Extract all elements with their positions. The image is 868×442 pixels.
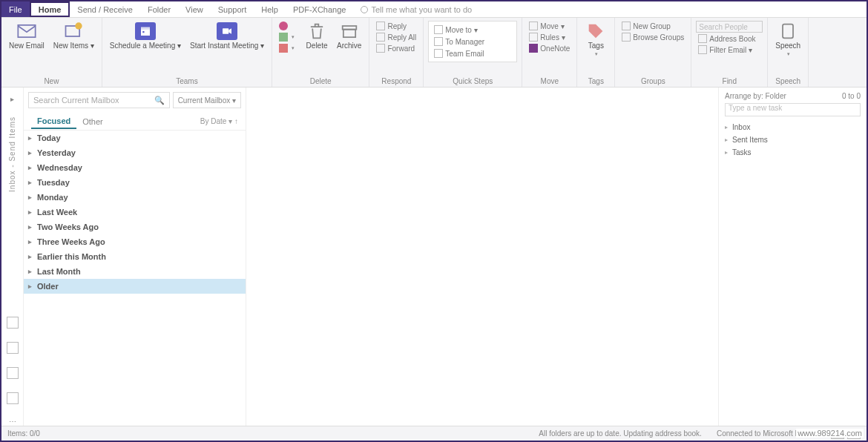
message-group-list: Today Yesterday Wednesday Tuesday Monday…: [24, 131, 246, 426]
tab-support[interactable]: Support: [211, 1, 254, 17]
group-last-week[interactable]: Last Week: [24, 205, 246, 220]
group-move-label: Move: [527, 77, 572, 87]
tab-file[interactable]: File: [1, 1, 30, 17]
filter-email-button[interactable]: Filter Email ▾: [696, 44, 763, 55]
rules-label: Rules ▾: [540, 33, 565, 42]
rules-icon: [529, 33, 538, 42]
browse-groups-button[interactable]: Browse Groups: [619, 32, 686, 42]
qs-to-manager[interactable]: To Manager: [432, 36, 513, 47]
speech-button[interactable]: Speech▾: [772, 21, 803, 59]
new-email-label: New Email: [9, 42, 45, 50]
tab-help[interactable]: Help: [254, 1, 286, 17]
address-book-button[interactable]: Address Book: [696, 33, 763, 44]
todo-folder-tasks[interactable]: Tasks: [725, 146, 861, 159]
instant-meeting-button[interactable]: Start Instant Meeting ▾: [187, 21, 267, 51]
tab-pdf-xchange[interactable]: PDF-XChange: [286, 1, 354, 17]
svg-rect-0: [18, 25, 35, 37]
quick-steps-gallery[interactable]: Move to ▾ To Manager Team Email: [428, 21, 517, 62]
qs-manager-label: To Manager: [445, 38, 484, 46]
forward-button[interactable]: Forward: [374, 43, 418, 53]
group-two-weeks-ago[interactable]: Two Weeks Ago: [24, 220, 246, 234]
ignore-button[interactable]: [277, 21, 297, 31]
qs-move-to[interactable]: Move to ▾: [432, 24, 513, 35]
instant-meeting-label: Start Instant Meeting ▾: [190, 42, 264, 50]
group-delete-label: Delete: [277, 77, 364, 87]
qs-team-email[interactable]: Team Email: [432, 48, 513, 59]
tasks-nav-icon[interactable]: [7, 392, 19, 404]
archive-button[interactable]: Archive: [334, 21, 364, 51]
new-group-label: New Group: [633, 22, 671, 30]
delete-label: Delete: [306, 42, 328, 50]
group-three-weeks-ago[interactable]: Three Weeks Ago: [24, 234, 246, 249]
archive-label: Archive: [337, 42, 361, 50]
new-items-label: New Items ▾: [53, 42, 94, 50]
group-earlier-this-month[interactable]: Earlier this Month: [24, 249, 246, 264]
group-delete: ▾ ▾ Delete Archive Delete: [272, 18, 369, 87]
todo-folder-sent[interactable]: Sent Items: [725, 133, 861, 146]
tags-label: Tags: [588, 42, 604, 50]
reading-pane: [246, 88, 718, 426]
group-older[interactable]: Older: [24, 279, 246, 294]
envelope-icon: [16, 22, 37, 40]
tab-view[interactable]: View: [178, 1, 211, 17]
schedule-meeting-button[interactable]: Schedule a Meeting ▾: [107, 21, 184, 51]
search-icon[interactable]: 🔍: [154, 96, 165, 105]
junk-button[interactable]: ▾: [277, 43, 297, 53]
mail-tabs: Focused Other By Date ▾ ↑: [24, 113, 246, 131]
group-monday[interactable]: Monday: [24, 190, 246, 205]
tags-button[interactable]: Tags▾: [582, 21, 610, 59]
expand-icon[interactable]: ▸: [10, 95, 14, 103]
reply-label: Reply: [387, 22, 407, 30]
group-speech: Speech▾ Speech: [768, 18, 809, 87]
new-email-button[interactable]: New Email: [6, 21, 47, 51]
schedule-meeting-label: Schedule a Meeting ▾: [110, 42, 181, 50]
qs-move-label: Move to ▾: [445, 26, 477, 34]
group-last-month[interactable]: Last Month: [24, 264, 246, 279]
tab-focused[interactable]: Focused: [31, 114, 76, 129]
todo-arrange-label[interactable]: Arrange by: Folder: [725, 92, 786, 100]
people-nav-icon[interactable]: [7, 367, 19, 379]
address-book-label: Address Book: [709, 35, 755, 43]
search-input[interactable]: Search Current Mailbox 🔍: [28, 92, 170, 108]
tab-home[interactable]: Home: [30, 1, 70, 17]
todo-folder-inbox[interactable]: Inbox: [725, 121, 861, 133]
reply-icon: [376, 22, 385, 30]
group-speech-label: Speech: [772, 77, 803, 87]
ribbon-tabs: File Home Send / Receive Folder View Sup…: [1, 1, 867, 18]
onenote-button[interactable]: OneNote: [527, 43, 572, 53]
new-task-input[interactable]: Type a new task: [725, 103, 861, 116]
content-area: ▸ Inbox - Send Items ⋯ Search Current Ma…: [1, 88, 867, 426]
tab-other[interactable]: Other: [76, 115, 109, 128]
qs-team-label: Team Email: [445, 50, 484, 58]
mail-nav-icon[interactable]: [7, 317, 19, 329]
group-yesterday[interactable]: Yesterday: [24, 145, 246, 160]
delete-icon: [306, 22, 327, 40]
new-items-button[interactable]: New Items ▾: [50, 21, 97, 51]
reply-all-button[interactable]: Reply All: [374, 32, 418, 42]
new-group-button[interactable]: New Group: [619, 21, 686, 31]
move-button[interactable]: Move ▾: [527, 21, 572, 31]
calendar-nav-icon[interactable]: [7, 342, 19, 354]
browse-groups-label: Browse Groups: [633, 33, 684, 42]
group-today[interactable]: Today: [24, 131, 246, 145]
status-item-count: Items: 0/0: [7, 429, 40, 438]
reply-button[interactable]: Reply: [374, 21, 418, 31]
search-scope-dropdown[interactable]: Current Mailbox ▾: [173, 92, 241, 108]
group-wednesday[interactable]: Wednesday: [24, 160, 246, 175]
group-tuesday[interactable]: Tuesday: [24, 175, 246, 190]
ribbon: New Email New Items ▾ New Schedule a Mee…: [1, 18, 867, 88]
group-respond: Reply Reply All Forward Respond: [369, 18, 424, 87]
svg-rect-8: [343, 30, 355, 37]
cleanup-button[interactable]: ▾: [277, 32, 297, 42]
tab-folder[interactable]: Folder: [140, 1, 178, 17]
folder-pane-collapsed[interactable]: ▸ Inbox - Send Items ⋯: [1, 88, 24, 426]
todo-count: 0 to 0: [842, 92, 861, 100]
delete-button[interactable]: Delete: [303, 21, 331, 51]
nav-more-icon[interactable]: ⋯: [9, 418, 16, 426]
rules-button[interactable]: Rules ▾: [527, 32, 572, 42]
sort-by-date[interactable]: By Date ▾ ↑: [200, 117, 238, 125]
tab-send-receive[interactable]: Send / Receive: [70, 1, 140, 17]
tell-me[interactable]: Tell me what you want to do: [353, 1, 479, 17]
search-people-input[interactable]: Search People: [696, 21, 763, 33]
address-book-icon: [698, 34, 707, 43]
